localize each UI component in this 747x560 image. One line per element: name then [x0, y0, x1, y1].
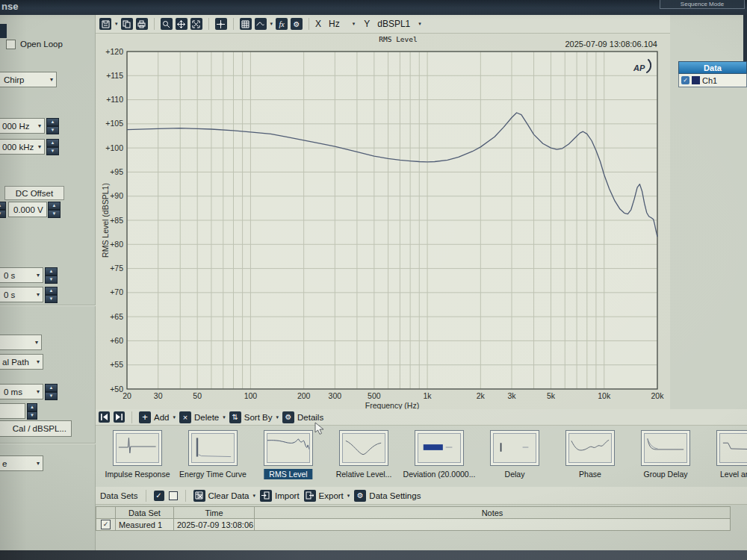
data-set-column-header: Data Set [116, 507, 174, 519]
thumbnail-chart-rms-level [267, 433, 310, 463]
dc-offset-input[interactable]: 0.000 V [8, 202, 47, 217]
import-button[interactable]: Import [260, 490, 300, 502]
pre-sweep-time-spinner[interactable]: ▲▼ [45, 267, 58, 283]
svg-text:+115: +115 [106, 71, 123, 80]
channel-row-ch1[interactable]: ✓ Ch1 [678, 74, 747, 87]
thumbnail-deviation[interactable]: Deviation (20.0000... [412, 426, 466, 487]
thumbnail-impulse-response[interactable]: Impulse Response [111, 426, 164, 487]
thumbnail-rms-level[interactable]: RMS Level [261, 426, 315, 487]
waveform-select[interactable]: Chirp ▾ [0, 72, 57, 87]
delay-select[interactable]: 0 ms ▾ [0, 384, 43, 399]
previous-result-icon[interactable] [99, 411, 110, 423]
trace-style-icon[interactable] [255, 18, 267, 30]
fit-view-icon[interactable] [190, 18, 202, 30]
dc-offset-spinner-left-fragment[interactable]: ▲▼ [0, 202, 6, 217]
hide-all-checkbox[interactable] [169, 491, 178, 500]
copy-image-icon[interactable] [121, 18, 133, 30]
table-row[interactable]: ✓ Measured 1 2025-07-09 13:08:06 [96, 519, 731, 531]
data-sets-toolbar: Data Sets ✓ Clear Data ▾ Import Export ▾… [96, 487, 747, 505]
bottom-select[interactable]: e ▾ [0, 455, 43, 471]
add-result-button[interactable]: + Add ▾ [139, 411, 176, 423]
data-settings-button[interactable]: ⚙ Data Settings [354, 490, 421, 502]
start-frequency-select[interactable]: 000 Hz ▾ [0, 118, 45, 134]
notes-column-header: Notes [255, 507, 731, 519]
thumbnail-delay[interactable]: Delay [488, 426, 542, 487]
svg-text:500: 500 [368, 391, 381, 400]
chevron-down-icon: ▾ [223, 414, 226, 420]
dataset-name-cell: Measured 1 [116, 519, 174, 531]
post-sweep-time-select[interactable]: 0 s ▾ [0, 287, 43, 302]
delete-result-button[interactable]: × Delete ▾ [179, 411, 226, 423]
chart-settings-gear-icon[interactable]: ⚙ [291, 18, 303, 30]
export-icon [304, 490, 316, 502]
cursor-readout-icon[interactable] [215, 18, 227, 30]
window-title-partial: nse [1, 1, 18, 12]
chevron-down-icon: ▾ [37, 272, 43, 279]
thumbnail-chart-phase [568, 433, 612, 463]
svg-text:AP: AP [633, 63, 645, 72]
thumbnail-energy-time-curve[interactable]: Energy Time Curve [186, 426, 240, 487]
thumbnail-level-and[interactable]: Level and D [714, 426, 747, 487]
open-loop-checkbox[interactable] [6, 40, 16, 49]
cut-off-widget-fragment [0, 24, 7, 38]
thumbnail-phase[interactable]: Phase [563, 426, 617, 487]
delay-spinner[interactable]: ▲▼ [45, 384, 58, 399]
svg-text:100: 100 [244, 391, 258, 400]
chevron-down-icon: ▾ [276, 414, 279, 420]
pre-sweep-time-select[interactable]: 0 s ▾ [0, 267, 43, 283]
data-grid-icon[interactable] [240, 18, 252, 30]
chevron-down-icon[interactable]: ▾ [115, 21, 118, 27]
thumbnail-relative-level[interactable]: Relative Level... [337, 426, 391, 487]
data-sets-title: Data Sets [100, 491, 138, 500]
x-axis-label: X [315, 19, 321, 29]
zoom-icon[interactable] [161, 18, 173, 30]
plus-icon: + [139, 411, 151, 423]
pan-icon[interactable] [176, 18, 187, 30]
small-numeric-spinner[interactable]: ▲▼ [27, 403, 37, 417]
svg-text:10k: 10k [598, 391, 611, 400]
print-icon[interactable] [136, 18, 148, 30]
export-button[interactable]: Export ▾ [304, 490, 350, 502]
toolbar-separator [233, 18, 234, 30]
svg-text:50: 50 [193, 391, 202, 400]
svg-text:+75: +75 [110, 264, 123, 273]
rms-chart-svg[interactable]: +50+55+60+65+70+75+80+85+90+95+100+105+1… [96, 34, 670, 411]
mouse-cursor [314, 422, 325, 435]
thumbnail-chart-relative-level [342, 433, 385, 463]
signal-path-select[interactable]: al Path ▾ [0, 354, 43, 370]
fx-function-icon[interactable]: fx [276, 18, 288, 30]
acoustic-cal-button[interactable]: Cal / dBSPL... [0, 420, 72, 437]
svg-text:+60: +60 [110, 336, 123, 345]
chevron-down-icon[interactable]: ▾ [270, 21, 273, 27]
toolbar-separator [146, 490, 146, 502]
post-sweep-time-spinner[interactable]: ▲▼ [45, 287, 58, 302]
chevron-down-icon[interactable]: ▾ [353, 21, 356, 27]
channel-checkbox[interactable]: ✓ [681, 76, 689, 84]
chevron-down-icon: ▾ [347, 493, 350, 499]
rms-level-chart[interactable]: +50+55+60+65+70+75+80+85+90+95+100+105+1… [96, 34, 670, 411]
thumbnail-chart-energy-time-curve [191, 433, 235, 463]
next-result-icon[interactable] [114, 411, 125, 423]
x-axis-unit-select[interactable]: Hz [329, 19, 340, 29]
chevron-down-icon[interactable]: ▾ [418, 21, 421, 27]
chevron-down-icon: ▾ [35, 339, 41, 346]
save-icon[interactable] [99, 18, 111, 30]
time-column-header: Time [174, 507, 255, 519]
small-numeric-input[interactable] [0, 403, 25, 419]
stop-frequency-spinner[interactable]: ▲▼ [46, 139, 59, 155]
show-all-checkbox[interactable]: ✓ [154, 491, 164, 501]
sort-by-button[interactable]: ⇅ Sort By ▾ [229, 411, 279, 423]
sort-icon: ⇅ [229, 411, 241, 423]
thumbnail-group-delay[interactable]: Group Delay [639, 426, 692, 487]
start-frequency-spinner[interactable]: ▲▼ [46, 118, 59, 134]
clear-data-button[interactable]: Clear Data ▾ [193, 490, 255, 502]
data-panel-header[interactable]: Data [678, 61, 747, 74]
y-axis-unit-select[interactable]: dBSPL1 [377, 19, 410, 29]
clear-data-icon [193, 490, 205, 502]
sequence-mode-button[interactable]: Sequence Mode [660, 0, 745, 9]
unnamed-select[interactable]: ▾ [0, 335, 42, 350]
y-axis-label: Y [364, 19, 370, 29]
dc-offset-spinner[interactable]: ▲▼ [48, 202, 61, 217]
dataset-visible-checkbox[interactable]: ✓ [101, 520, 111, 529]
stop-frequency-select[interactable]: 000 kHz ▾ [0, 139, 45, 155]
